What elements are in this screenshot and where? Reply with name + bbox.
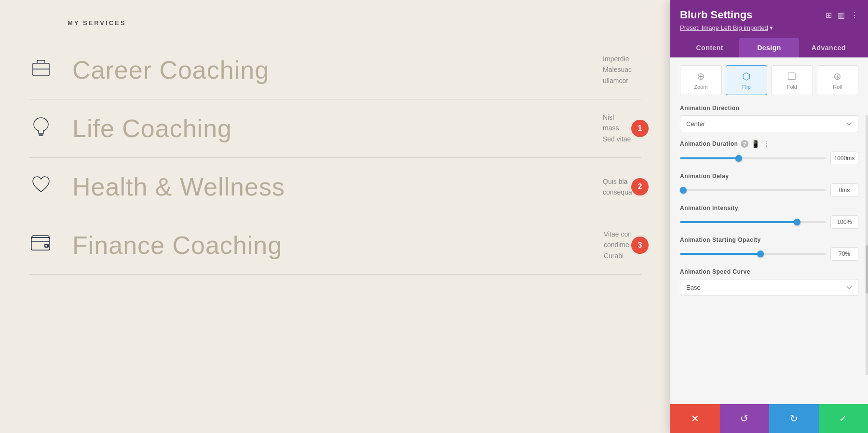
finance-coaching-title: Finance Coaching	[72, 231, 282, 260]
animation-speed-curve-section: Animation Speed Curve Ease Linear Ease I…	[680, 268, 858, 296]
animation-duration-value[interactable]: 1000ms	[830, 152, 858, 165]
animation-duration-slider-row: 1000ms	[680, 152, 858, 165]
tab-content[interactable]: Content	[680, 38, 739, 57]
briefcase-icon	[29, 56, 58, 84]
lightbulb-icon	[29, 114, 58, 143]
health-desc: Quis blaconsequa	[603, 176, 632, 198]
roll-anim-icon: ⊛	[819, 70, 856, 82]
flip-anim-icon: ⬡	[728, 70, 765, 82]
tab-advanced[interactable]: Advanced	[799, 38, 858, 57]
panel-title-row: Blurb Settings ⊞ ▥ ⋮	[680, 9, 858, 21]
panel-tabs: Content Design Advanced	[680, 38, 858, 57]
animation-intensity-track[interactable]	[680, 221, 826, 223]
anim-type-flip[interactable]: ⬡ Flip	[726, 65, 768, 95]
animation-duration-section: Animation Duration ? 📱 ⋮ 1000ms	[680, 140, 858, 165]
animation-opacity-section: Animation Starting Opacity 70%	[680, 237, 858, 261]
animation-delay-section: Animation Delay 0ms	[680, 173, 858, 197]
animation-speed-curve-label: Animation Speed Curve	[680, 268, 858, 275]
panel-preset[interactable]: Preset: Image Left Big imported ▾	[680, 24, 858, 31]
animation-delay-track[interactable]	[680, 189, 826, 191]
heart-icon	[29, 172, 58, 201]
animation-direction-label: Animation Direction	[680, 105, 858, 112]
career-coaching-title: Career Coaching	[72, 56, 269, 84]
expand-icon[interactable]: ⊞	[826, 11, 832, 20]
settings-panel: Blurb Settings ⊞ ▥ ⋮ Preset: Image Left …	[670, 0, 868, 433]
duration-more-icon[interactable]: ⋮	[763, 140, 770, 148]
animation-opacity-value[interactable]: 70%	[830, 247, 858, 261]
panel-body: ⊕ Zoom ⬡ Flip ❑ Fold ⊛ Roll Animation Di…	[670, 57, 868, 404]
panel-scrollbar-thumb[interactable]	[866, 245, 868, 293]
animation-opacity-label: Animation Starting Opacity	[680, 237, 858, 243]
tab-design[interactable]: Design	[739, 38, 799, 57]
animation-speed-curve-select[interactable]: Ease Linear Ease In Ease Out Ease In Out	[680, 279, 858, 296]
service-item-career: Career Coaching ImperdieMalesuacullamcor	[29, 41, 641, 99]
health-wellness-title: Health & Wellness	[72, 172, 285, 201]
anim-type-roll[interactable]: ⊛ Roll	[817, 65, 859, 95]
svg-rect-0	[33, 63, 49, 76]
anim-type-fold[interactable]: ❑ Fold	[771, 65, 813, 95]
redo-button[interactable]: ↻	[769, 404, 819, 433]
animation-direction-section: Animation Direction Center Top Bottom Le…	[680, 105, 858, 132]
animation-duration-track[interactable]	[680, 157, 826, 159]
cancel-button[interactable]: ✕	[670, 404, 720, 433]
svg-point-6	[45, 245, 47, 247]
panel-title: Blurb Settings	[680, 9, 752, 21]
animation-intensity-value[interactable]: 100%	[830, 215, 858, 229]
wallet-icon	[29, 231, 58, 260]
panel-title-icons: ⊞ ▥ ⋮	[826, 11, 858, 20]
life-coaching-title: Life Coaching	[72, 114, 232, 143]
life-desc: Nisl massSed vitae	[603, 112, 632, 144]
main-content: MY SERVICES Career Coaching ImperdieMale…	[0, 0, 670, 433]
more-icon[interactable]: ⋮	[851, 11, 858, 20]
section-title: MY SERVICES	[68, 19, 641, 27]
animation-delay-slider-row: 0ms	[680, 183, 858, 197]
career-desc: ImperdieMalesuacullamcor	[603, 54, 632, 86]
columns-icon[interactable]: ▥	[838, 11, 845, 20]
animation-intensity-label: Animation Intensity	[680, 205, 858, 211]
badge-2: 2	[631, 178, 649, 196]
animation-duration-label: Animation Duration ? 📱 ⋮	[680, 140, 858, 148]
animation-opacity-track[interactable]	[680, 253, 826, 255]
animation-opacity-slider-row: 70%	[680, 247, 858, 261]
animation-intensity-slider-row: 100%	[680, 215, 858, 229]
save-button[interactable]: ✓	[819, 404, 868, 433]
animation-delay-value[interactable]: 0ms	[830, 183, 858, 197]
panel-footer: ✕ ↺ ↻ ✓	[670, 404, 868, 433]
service-item-finance: Finance Coaching Vitae concondimeCurabi …	[29, 216, 641, 275]
panel-scrollbar[interactable]	[866, 115, 868, 375]
animation-delay-label: Animation Delay	[680, 173, 858, 180]
panel-header: Blurb Settings ⊞ ▥ ⋮ Preset: Image Left …	[670, 0, 868, 57]
finance-desc: Vitae concondimeCurabi	[604, 229, 632, 261]
zoom-anim-icon: ⊕	[682, 70, 719, 82]
duration-help-icon[interactable]: ?	[741, 140, 748, 148]
anim-type-zoom[interactable]: ⊕ Zoom	[680, 65, 722, 95]
badge-3: 3	[631, 237, 649, 254]
service-item-life: Life Coaching Nisl massSed vitae 1	[29, 99, 641, 158]
undo-button[interactable]: ↺	[720, 404, 770, 433]
badge-1: 1	[631, 120, 649, 137]
animation-intensity-section: Animation Intensity 100%	[680, 205, 858, 229]
duration-device-icon[interactable]: 📱	[751, 140, 760, 148]
service-item-health: Health & Wellness Quis blaconsequa 2	[29, 158, 641, 216]
animation-direction-select[interactable]: Center Top Bottom Left Right	[680, 115, 858, 132]
animation-type-row: ⊕ Zoom ⬡ Flip ❑ Fold ⊛ Roll	[680, 65, 858, 95]
fold-anim-icon: ❑	[773, 70, 811, 82]
